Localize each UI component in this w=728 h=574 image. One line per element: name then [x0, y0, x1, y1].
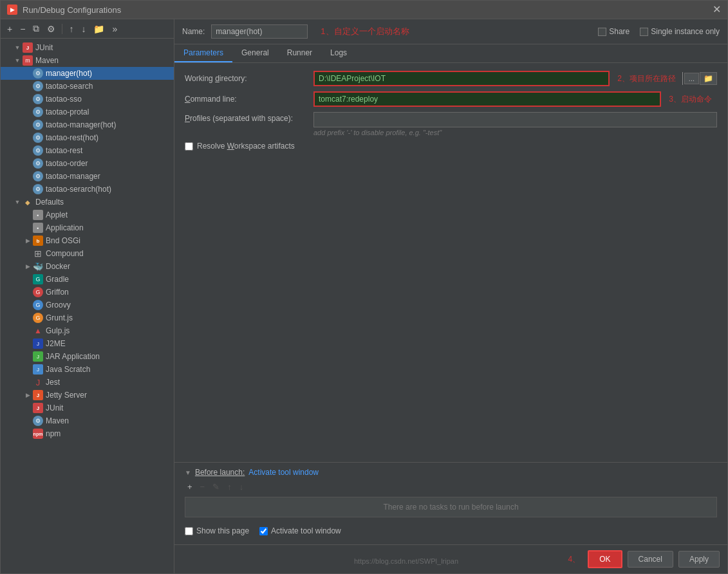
close-button[interactable]: ✕: [713, 5, 721, 15]
tab-general[interactable]: General: [232, 44, 278, 62]
sidebar-item-gradle[interactable]: G Gradle: [1, 273, 174, 286]
sidebar-item-maven-root[interactable]: ▼ m Maven: [1, 54, 174, 67]
before-launch-down-button[interactable]: ↓: [237, 481, 247, 493]
more-button[interactable]: »: [109, 23, 120, 35]
copy-config-button[interactable]: ⧉: [30, 22, 42, 35]
j2me-icon: J: [33, 338, 43, 349]
profiles-label: Profiles (separated with space):: [185, 112, 313, 123]
sidebar-item-docker[interactable]: ▶ 🐳 Docker: [1, 260, 174, 273]
sidebar-item-maven-defaults[interactable]: ⚙ Maven: [1, 414, 174, 427]
settings-button[interactable]: ⚙: [44, 23, 58, 35]
before-launch-add-button[interactable]: +: [185, 481, 195, 493]
java-icon: J: [33, 364, 43, 375]
sidebar-item-compound[interactable]: ⊞ Compound: [1, 247, 174, 260]
grunt-icon: G: [33, 313, 43, 323]
working-dir-label: Working directory:: [185, 74, 313, 83]
sidebar-item-applet[interactable]: ▪ Applet: [1, 208, 174, 221]
sidebar-item-griffon[interactable]: G Griffon: [1, 286, 174, 299]
annotation-1: 1、自定义一个启动名称: [321, 26, 409, 37]
resolve-checkbox[interactable]: [185, 142, 193, 151]
sidebar-item-gulpjs[interactable]: ▲ Gulp.js: [1, 324, 174, 337]
sidebar-item-taotao-search[interactable]: ⚙ taotao-search: [1, 80, 174, 93]
sidebar-item-java-scratch[interactable]: J Java Scratch: [1, 363, 174, 376]
working-dir-input[interactable]: [313, 71, 610, 86]
sidebar-item-label: Application: [46, 223, 84, 232]
sidebar-item-taotao-manager-hot[interactable]: ⚙ taotao-manager(hot): [1, 118, 174, 131]
folder-button[interactable]: 📁: [91, 23, 107, 35]
sidebar-item-label: taotao-order: [46, 159, 88, 168]
gear-icon: ⚙: [33, 94, 43, 104]
sidebar-item-taotao-serarch-hot[interactable]: ⚙ taotao-serarch(hot): [1, 183, 174, 196]
sidebar-item-label: manager(hot): [46, 69, 92, 78]
sidebar-item-label: npm: [46, 429, 61, 438]
expand-arrow: ▼: [14, 198, 21, 206]
tab-logs[interactable]: Logs: [321, 44, 356, 62]
before-launch-toolbar: + − ✎ ↑ ↓: [185, 481, 717, 493]
sidebar-item-label: taotao-rest: [46, 146, 82, 155]
sidebar-item-j2me[interactable]: J J2ME: [1, 337, 174, 350]
sidebar-item-jar-application[interactable]: J JAR Application: [1, 350, 174, 363]
sidebar-item-jetty-server[interactable]: ▶ J Jetty Server: [1, 389, 174, 402]
sidebar-item-taotao-manager[interactable]: ⚙ taotao-manager: [1, 170, 174, 183]
apply-button[interactable]: Apply: [678, 551, 720, 568]
sidebar-item-taotao-order[interactable]: ⚙ taotao-order: [1, 157, 174, 170]
move-down-button[interactable]: ↓: [79, 23, 88, 35]
before-launch-edit-button[interactable]: ✎: [210, 481, 222, 493]
page-icon: ▪: [33, 223, 43, 233]
sidebar-item-junit-root[interactable]: ▼ J JUnit: [1, 41, 174, 54]
ok-button[interactable]: OK: [588, 550, 622, 568]
name-input[interactable]: [211, 24, 308, 39]
sidebar-item-label: taotao-protal: [46, 107, 89, 116]
before-launch-up-button[interactable]: ↑: [225, 481, 234, 493]
tab-runner[interactable]: Runner: [278, 44, 321, 62]
jar-icon: J: [33, 351, 43, 362]
single-instance-checkbox[interactable]: [640, 28, 648, 36]
working-dir-browse-button[interactable]: ...: [684, 73, 699, 84]
sidebar-item-label: taotao-rest(hot): [46, 133, 98, 142]
sidebar-item-label: Compound: [46, 249, 84, 258]
sidebar-item-application[interactable]: ▪ Application: [1, 221, 174, 234]
share-checkbox[interactable]: [598, 28, 606, 36]
sidebar-item-bnd-osgi[interactable]: ▶ b Bnd OSGi: [1, 234, 174, 247]
sidebar-item-gruntjs[interactable]: G Grunt.js: [1, 311, 174, 324]
sidebar-item-groovy[interactable]: G Groovy: [1, 299, 174, 311]
sidebar-item-label: Gulp.js: [46, 326, 70, 335]
cmdline-input[interactable]: [313, 91, 661, 107]
profiles-input[interactable]: [313, 112, 717, 127]
sidebar-item-jest[interactable]: J Jest: [1, 376, 174, 389]
sidebar-item-taotao-rest[interactable]: ⚙ taotao-rest: [1, 144, 174, 157]
working-dir-folder-button[interactable]: 📁: [700, 72, 717, 85]
activate-tool-checkbox[interactable]: [259, 527, 268, 535]
tab-parameters[interactable]: Parameters: [174, 44, 232, 62]
add-config-button[interactable]: +: [5, 23, 15, 35]
sidebar-item-label: taotao-serarch(hot): [46, 185, 111, 194]
footer: 4、 OK Cancel Apply: [174, 544, 727, 573]
move-up-button[interactable]: ↑: [66, 23, 76, 35]
sidebar-item-label: Griffon: [46, 288, 69, 297]
single-instance-label: Single instance only: [651, 27, 720, 36]
expand-arrow: ▼: [14, 44, 21, 51]
name-field-label: Name:: [182, 27, 205, 36]
sidebar-item-taotao-sso[interactable]: ⚙ taotao-sso: [1, 93, 174, 106]
annotation-4: 4、: [568, 554, 581, 565]
sidebar-toolbar: + − ⧉ ⚙ ↑ ↓ 📁 »: [1, 19, 174, 39]
show-page-checkbox[interactable]: [185, 527, 193, 535]
sidebar-item-label: JUnit: [46, 403, 63, 412]
dialog-title: Run/Debug Configurations: [23, 5, 121, 15]
sidebar-item-label: taotao-manager(hot): [46, 120, 116, 129]
sidebar-item-npm[interactable]: npm npm: [1, 427, 174, 440]
sidebar-item-junit-defaults[interactable]: J JUnit: [1, 402, 174, 414]
before-launch-expand[interactable]: ▼: [185, 469, 191, 476]
sidebar-item-label: Maven: [46, 416, 69, 425]
sidebar-item-manager-hot[interactable]: ⚙ manager(hot): [1, 67, 174, 80]
sidebar-item-defaults[interactable]: ▼ ◆ Defaults: [1, 196, 174, 208]
cancel-button[interactable]: Cancel: [628, 551, 673, 568]
before-launch-remove-button[interactable]: −: [198, 481, 208, 493]
remove-config-button[interactable]: −: [17, 23, 28, 35]
share-group: Share: [598, 27, 630, 36]
profiles-hint: add prefix '-' to disable profile, e.g. …: [313, 129, 717, 136]
sidebar-item-taotao-protal[interactable]: ⚙ taotao-protal: [1, 106, 174, 118]
npm-icon: npm: [33, 429, 43, 439]
sidebar-item-taotao-rest-hot[interactable]: ⚙ taotao-rest(hot): [1, 131, 174, 144]
activate-tool-label: Activate tool window: [271, 526, 341, 535]
